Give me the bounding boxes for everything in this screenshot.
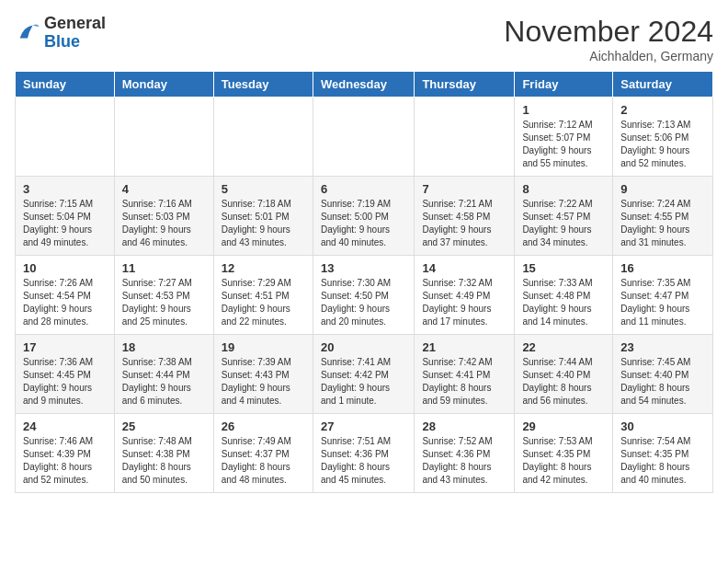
- day-info: Sunrise: 7:36 AM Sunset: 4:45 PM Dayligh…: [23, 356, 107, 408]
- weekday-header-friday: Friday: [515, 72, 613, 98]
- calendar-cell: [313, 98, 414, 177]
- calendar-cell: 21Sunrise: 7:42 AM Sunset: 4:41 PM Dayli…: [415, 335, 515, 414]
- day-number: 26: [222, 419, 305, 433]
- day-number: 18: [122, 340, 206, 354]
- calendar-cell: 19Sunrise: 7:39 AM Sunset: 4:43 PM Dayli…: [213, 335, 313, 414]
- day-info: Sunrise: 7:16 AM Sunset: 5:03 PM Dayligh…: [122, 198, 206, 249]
- day-info: Sunrise: 7:19 AM Sunset: 5:00 PM Dayligh…: [321, 198, 406, 249]
- calendar-cell: 26Sunrise: 7:49 AM Sunset: 4:37 PM Dayli…: [213, 414, 313, 493]
- calendar-cell: 8Sunrise: 7:22 AM Sunset: 4:57 PM Daylig…: [515, 177, 613, 256]
- day-info: Sunrise: 7:52 AM Sunset: 4:36 PM Dayligh…: [422, 435, 506, 487]
- weekday-header-tuesday: Tuesday: [213, 72, 313, 98]
- day-number: 22: [522, 340, 605, 354]
- day-number: 7: [422, 182, 506, 196]
- month-title: November 2024: [504, 15, 713, 49]
- day-info: Sunrise: 7:22 AM Sunset: 4:57 PM Dayligh…: [522, 198, 605, 249]
- calendar-cell: 16Sunrise: 7:35 AM Sunset: 4:47 PM Dayli…: [613, 256, 713, 335]
- logo-general-text: General: [44, 15, 106, 33]
- day-info: Sunrise: 7:46 AM Sunset: 4:39 PM Dayligh…: [23, 435, 107, 487]
- day-number: 1: [522, 103, 605, 117]
- logo-bird-icon: [15, 20, 40, 46]
- day-number: 17: [23, 340, 107, 354]
- day-info: Sunrise: 7:30 AM Sunset: 4:50 PM Dayligh…: [321, 277, 406, 328]
- calendar-cell: 25Sunrise: 7:48 AM Sunset: 4:38 PM Dayli…: [114, 414, 213, 493]
- day-number: 11: [122, 261, 206, 275]
- calendar-cell: 18Sunrise: 7:38 AM Sunset: 4:44 PM Dayli…: [114, 335, 213, 414]
- day-info: Sunrise: 7:41 AM Sunset: 4:42 PM Dayligh…: [321, 356, 406, 408]
- calendar-cell: [213, 98, 313, 177]
- day-info: Sunrise: 7:26 AM Sunset: 4:54 PM Dayligh…: [23, 277, 107, 328]
- calendar-week-row: 1Sunrise: 7:12 AM Sunset: 5:07 PM Daylig…: [16, 98, 713, 177]
- day-number: 2: [620, 103, 705, 117]
- day-info: Sunrise: 7:51 AM Sunset: 4:36 PM Dayligh…: [321, 435, 406, 487]
- calendar-week-row: 10Sunrise: 7:26 AM Sunset: 4:54 PM Dayli…: [16, 256, 713, 335]
- day-info: Sunrise: 7:12 AM Sunset: 5:07 PM Dayligh…: [522, 119, 605, 170]
- day-number: 21: [422, 340, 506, 354]
- day-info: Sunrise: 7:44 AM Sunset: 4:40 PM Dayligh…: [522, 356, 605, 408]
- day-number: 10: [23, 261, 107, 275]
- calendar-cell: 6Sunrise: 7:19 AM Sunset: 5:00 PM Daylig…: [313, 177, 414, 256]
- weekday-header-saturday: Saturday: [613, 72, 713, 98]
- calendar-cell: 13Sunrise: 7:30 AM Sunset: 4:50 PM Dayli…: [313, 256, 414, 335]
- day-info: Sunrise: 7:15 AM Sunset: 5:04 PM Dayligh…: [23, 198, 107, 249]
- day-number: 12: [222, 261, 305, 275]
- day-number: 13: [321, 261, 406, 275]
- weekday-header-monday: Monday: [114, 72, 213, 98]
- calendar-cell: 1Sunrise: 7:12 AM Sunset: 5:07 PM Daylig…: [515, 98, 613, 177]
- calendar-cell: 24Sunrise: 7:46 AM Sunset: 4:39 PM Dayli…: [16, 414, 115, 493]
- day-info: Sunrise: 7:24 AM Sunset: 4:55 PM Dayligh…: [620, 198, 705, 249]
- day-number: 24: [23, 419, 107, 433]
- day-number: 4: [122, 182, 206, 196]
- calendar-cell: 3Sunrise: 7:15 AM Sunset: 5:04 PM Daylig…: [16, 177, 115, 256]
- day-info: Sunrise: 7:42 AM Sunset: 4:41 PM Dayligh…: [422, 356, 506, 408]
- calendar-cell: 12Sunrise: 7:29 AM Sunset: 4:51 PM Dayli…: [213, 256, 313, 335]
- calendar-cell: 11Sunrise: 7:27 AM Sunset: 4:53 PM Dayli…: [114, 256, 213, 335]
- location-text: Aichhalden, Germany: [504, 49, 713, 63]
- logo-blue-text: Blue: [44, 33, 106, 52]
- day-number: 19: [222, 340, 305, 354]
- day-number: 15: [522, 261, 605, 275]
- day-info: Sunrise: 7:33 AM Sunset: 4:48 PM Dayligh…: [522, 277, 605, 328]
- weekday-header-sunday: Sunday: [16, 72, 115, 98]
- calendar-cell: 5Sunrise: 7:18 AM Sunset: 5:01 PM Daylig…: [213, 177, 313, 256]
- calendar-cell: [415, 98, 515, 177]
- calendar-cell: 30Sunrise: 7:54 AM Sunset: 4:35 PM Dayli…: [613, 414, 713, 493]
- day-info: Sunrise: 7:27 AM Sunset: 4:53 PM Dayligh…: [122, 277, 206, 328]
- calendar-cell: 2Sunrise: 7:13 AM Sunset: 5:06 PM Daylig…: [613, 98, 713, 177]
- day-number: 14: [422, 261, 506, 275]
- day-number: 25: [122, 419, 206, 433]
- calendar-cell: [16, 98, 115, 177]
- day-number: 5: [222, 182, 305, 196]
- calendar-week-row: 3Sunrise: 7:15 AM Sunset: 5:04 PM Daylig…: [16, 177, 713, 256]
- day-number: 27: [321, 419, 406, 433]
- weekday-header-wednesday: Wednesday: [313, 72, 414, 98]
- day-info: Sunrise: 7:38 AM Sunset: 4:44 PM Dayligh…: [122, 356, 206, 408]
- day-number: 16: [620, 261, 705, 275]
- day-info: Sunrise: 7:49 AM Sunset: 4:37 PM Dayligh…: [222, 435, 305, 487]
- day-info: Sunrise: 7:39 AM Sunset: 4:43 PM Dayligh…: [222, 356, 305, 408]
- day-number: 3: [23, 182, 107, 196]
- calendar-cell: 22Sunrise: 7:44 AM Sunset: 4:40 PM Dayli…: [515, 335, 613, 414]
- calendar-week-row: 17Sunrise: 7:36 AM Sunset: 4:45 PM Dayli…: [16, 335, 713, 414]
- calendar-cell: 28Sunrise: 7:52 AM Sunset: 4:36 PM Dayli…: [415, 414, 515, 493]
- calendar-cell: 20Sunrise: 7:41 AM Sunset: 4:42 PM Dayli…: [313, 335, 414, 414]
- calendar-cell: 23Sunrise: 7:45 AM Sunset: 4:40 PM Dayli…: [613, 335, 713, 414]
- calendar-week-row: 24Sunrise: 7:46 AM Sunset: 4:39 PM Dayli…: [16, 414, 713, 493]
- calendar-cell: 9Sunrise: 7:24 AM Sunset: 4:55 PM Daylig…: [613, 177, 713, 256]
- calendar-table: SundayMondayTuesdayWednesdayThursdayFrid…: [15, 71, 713, 493]
- weekday-header-row: SundayMondayTuesdayWednesdayThursdayFrid…: [16, 72, 713, 98]
- calendar-cell: [114, 98, 213, 177]
- day-info: Sunrise: 7:35 AM Sunset: 4:47 PM Dayligh…: [620, 277, 705, 328]
- calendar-cell: 7Sunrise: 7:21 AM Sunset: 4:58 PM Daylig…: [415, 177, 515, 256]
- day-info: Sunrise: 7:48 AM Sunset: 4:38 PM Dayligh…: [122, 435, 206, 487]
- day-info: Sunrise: 7:53 AM Sunset: 4:35 PM Dayligh…: [522, 435, 605, 487]
- calendar-cell: 17Sunrise: 7:36 AM Sunset: 4:45 PM Dayli…: [16, 335, 115, 414]
- calendar-cell: 15Sunrise: 7:33 AM Sunset: 4:48 PM Dayli…: [515, 256, 613, 335]
- calendar-cell: 10Sunrise: 7:26 AM Sunset: 4:54 PM Dayli…: [16, 256, 115, 335]
- calendar-cell: 4Sunrise: 7:16 AM Sunset: 5:03 PM Daylig…: [114, 177, 213, 256]
- day-info: Sunrise: 7:13 AM Sunset: 5:06 PM Dayligh…: [620, 119, 705, 170]
- day-number: 29: [522, 419, 605, 433]
- calendar-cell: 14Sunrise: 7:32 AM Sunset: 4:49 PM Dayli…: [415, 256, 515, 335]
- day-number: 20: [321, 340, 406, 354]
- weekday-header-thursday: Thursday: [415, 72, 515, 98]
